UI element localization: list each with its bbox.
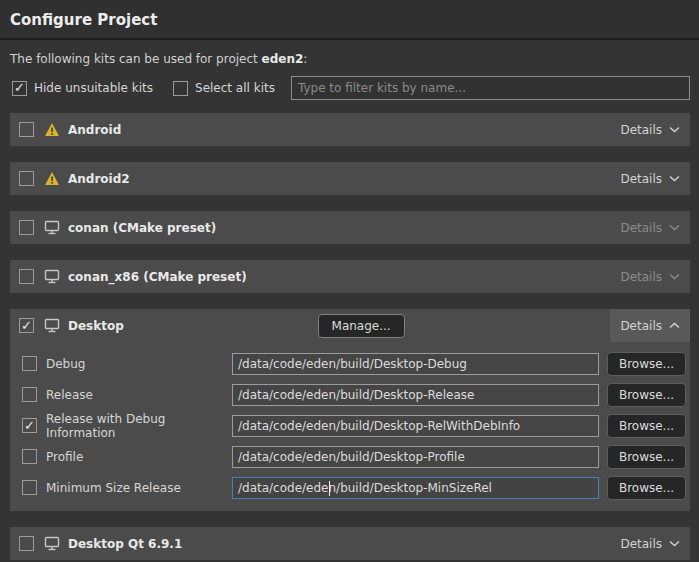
manage-kits-button[interactable]: Manage... <box>318 314 405 338</box>
kit-header: conan_x86 (CMake preset) Details <box>10 260 690 293</box>
details-label: Details <box>620 221 662 235</box>
kit-checkbox[interactable] <box>19 318 34 333</box>
build-dir-value: /data/code/eden/build/Desktop-MinSizeRel <box>238 481 492 495</box>
kit-checkbox[interactable] <box>19 269 34 284</box>
chevron-down-icon <box>669 175 680 182</box>
select-all-checkbox[interactable] <box>173 81 188 96</box>
kit-name: Desktop <box>68 319 124 333</box>
build-dir-input-focused[interactable]: /data/code/eden/build/Desktop-MinSizeRel <box>232 477 599 499</box>
details-label: Details <box>620 172 662 186</box>
browse-button[interactable]: Browse... <box>607 383 686 407</box>
build-config-row-relwithdebinfo: Release with Debug Information /data/cod… <box>22 410 686 441</box>
details-toggle[interactable]: Details <box>610 309 690 342</box>
config-label: Release with Debug Information <box>46 412 232 440</box>
config-checkbox[interactable] <box>22 480 37 495</box>
warning-icon <box>43 122 60 138</box>
chevron-down-icon <box>669 224 680 231</box>
config-checkbox[interactable] <box>22 387 37 402</box>
hide-unsuitable-checkbox[interactable] <box>12 81 27 96</box>
kit-name: Android <box>68 123 121 137</box>
page-title: Configure Project <box>10 11 689 29</box>
details-label: Details <box>620 270 662 284</box>
chevron-up-icon <box>669 322 680 329</box>
desktop-monitor-icon <box>43 318 60 334</box>
intro-text-after: : <box>303 52 307 66</box>
details-label: Details <box>620 123 662 137</box>
config-checkbox[interactable] <box>22 356 37 371</box>
kit-name: Android2 <box>68 172 130 186</box>
browse-button[interactable]: Browse... <box>607 414 686 438</box>
details-label: Details <box>620 319 662 333</box>
chevron-down-icon <box>669 126 680 133</box>
kit-name: conan_x86 (CMake preset) <box>68 270 247 284</box>
config-label: Debug <box>46 357 232 371</box>
details-toggle: Details <box>610 260 690 293</box>
build-dir-input[interactable]: /data/code/eden/build/Desktop-Debug <box>232 353 599 375</box>
intro-text: The following kits can be used for proje… <box>10 52 689 66</box>
kit-checkbox[interactable] <box>19 122 34 137</box>
kit-checkbox[interactable] <box>19 536 34 551</box>
kit-row-desktop-qt: Desktop Qt 6.9.1 Details <box>10 527 690 560</box>
desktop-monitor-icon <box>43 536 60 552</box>
kit-filter-input[interactable]: Type to filter kits by name... <box>291 76 690 100</box>
build-dir-value: /data/code/eden/build/Desktop-Debug <box>238 357 467 371</box>
kit-name: conan (CMake preset) <box>68 221 216 235</box>
kit-row-conan: conan (CMake preset) Details <box>10 211 690 244</box>
kit-header: Android2 Details <box>10 162 690 195</box>
page-header: Configure Project <box>0 0 699 40</box>
config-label: Release <box>46 388 232 402</box>
details-toggle[interactable]: Details <box>610 113 690 146</box>
build-dir-input[interactable]: /data/code/eden/build/Desktop-RelWithDeb… <box>232 415 599 437</box>
kit-name: Desktop Qt 6.9.1 <box>68 537 182 551</box>
build-config-row-profile: Profile /data/code/eden/build/Desktop-Pr… <box>22 441 686 472</box>
kit-header: Android Details <box>10 113 690 146</box>
kit-list: Android Details Android2 Details <box>10 113 690 560</box>
warning-icon <box>43 171 60 187</box>
build-config-row-debug: Debug /data/code/eden/build/Desktop-Debu… <box>22 348 686 379</box>
kit-header: Desktop Qt 6.9.1 Details <box>10 527 690 560</box>
chevron-down-icon <box>669 540 680 547</box>
build-dir-value: /data/code/eden/build/Desktop-Profile <box>238 450 465 464</box>
project-name: eden2 <box>262 52 304 66</box>
build-dir-input[interactable]: /data/code/eden/build/Desktop-Profile <box>232 446 599 468</box>
browse-button[interactable]: Browse... <box>607 352 686 376</box>
browse-button[interactable]: Browse... <box>607 476 686 500</box>
text-caret <box>329 481 330 496</box>
config-label: Minimum Size Release <box>46 481 232 495</box>
desktop-monitor-icon <box>43 220 60 236</box>
build-config-section: Debug /data/code/eden/build/Desktop-Debu… <box>10 342 690 511</box>
chevron-down-icon <box>669 273 680 280</box>
details-toggle[interactable]: Details <box>610 527 690 560</box>
details-toggle: Details <box>610 211 690 244</box>
kit-checkbox[interactable] <box>19 171 34 186</box>
kit-row-android: Android Details <box>10 113 690 146</box>
kit-header: Desktop Manage... Details <box>10 309 690 342</box>
kit-row-desktop: Desktop Manage... Details Debug /data/co… <box>10 309 690 511</box>
hide-unsuitable-label: Hide unsuitable kits <box>34 81 153 95</box>
details-label: Details <box>620 537 662 551</box>
kit-checkbox[interactable] <box>19 220 34 235</box>
config-checkbox[interactable] <box>22 418 37 433</box>
desktop-monitor-icon <box>43 269 60 285</box>
build-dir-value: /data/code/eden/build/Desktop-Release <box>238 388 474 402</box>
config-checkbox[interactable] <box>22 449 37 464</box>
kit-header: conan (CMake preset) Details <box>10 211 690 244</box>
kit-row-android2: Android2 Details <box>10 162 690 195</box>
build-dir-value: /data/code/eden/build/Desktop-RelWithDeb… <box>238 419 520 433</box>
select-all-label: Select all kits <box>195 81 275 95</box>
kit-row-conan-x86: conan_x86 (CMake preset) Details <box>10 260 690 293</box>
browse-button[interactable]: Browse... <box>607 445 686 469</box>
filter-bar: Hide unsuitable kits Select all kits Typ… <box>12 76 690 100</box>
build-dir-input[interactable]: /data/code/eden/build/Desktop-Release <box>232 384 599 406</box>
build-config-row-minsizerel: Minimum Size Release /data/code/eden/bui… <box>22 472 686 503</box>
details-toggle[interactable]: Details <box>610 162 690 195</box>
build-config-row-release: Release /data/code/eden/build/Desktop-Re… <box>22 379 686 410</box>
config-label: Profile <box>46 450 232 464</box>
intro-text-before: The following kits can be used for proje… <box>10 52 262 66</box>
